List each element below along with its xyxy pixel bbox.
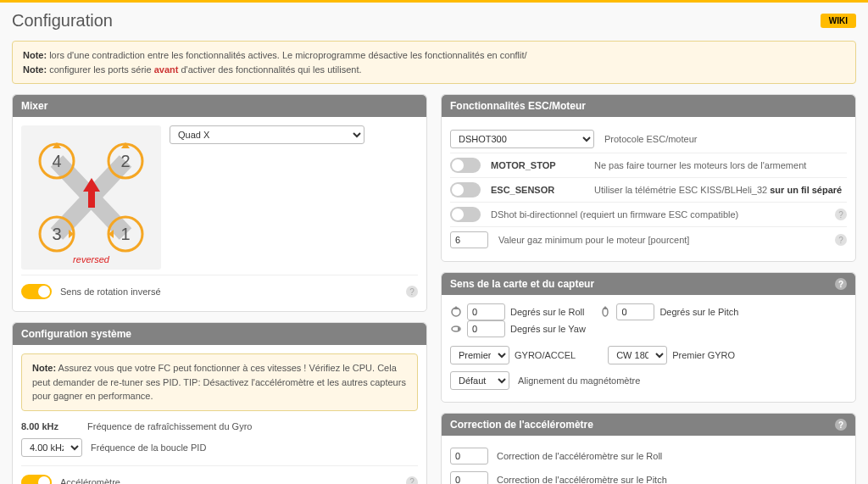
note-label: Note:	[23, 64, 47, 75]
motor-idle-input[interactable]	[450, 231, 488, 248]
reversed-label: reversed	[73, 254, 109, 264]
wiki-button[interactable]: WIKI	[821, 14, 856, 28]
roll-deg-input[interactable]	[467, 303, 505, 320]
esc-protocol-label: Protocole ESC/moteur	[604, 134, 847, 144]
motor-stop-name: MOTOR_STOP	[491, 160, 584, 170]
esc-protocol-select[interactable]: DSHOT300	[450, 130, 594, 148]
acc-trim-roll-label: Correction de l'accéléromètre sur le Rol…	[497, 451, 847, 461]
yaw-deg-input[interactable]	[467, 320, 505, 337]
help-icon[interactable]: ?	[835, 419, 847, 431]
esc-sensor-name: ESC_SENSOR	[491, 185, 584, 195]
motor-stop-desc: Ne pas faire tourner les moteurs lors de…	[594, 160, 847, 170]
help-icon[interactable]: ?	[835, 278, 847, 290]
acc-trim-roll-input[interactable]	[450, 448, 488, 465]
gyro-freq-label: Fréquence de rafraîchissement du Gyro	[87, 421, 418, 431]
note-label: Note:	[23, 50, 47, 60]
panel-title: Mixer	[21, 100, 47, 112]
pid-loop-select[interactable]: 4.00 kHz	[21, 438, 82, 457]
acc-trim-pitch-label: Correction de l'accéléromètre sur le Pit…	[497, 475, 847, 484]
motor-1-label: 1	[120, 225, 130, 243]
help-icon[interactable]: ?	[835, 209, 847, 220]
pitch-icon	[599, 306, 611, 318]
help-icon[interactable]: ?	[835, 234, 847, 246]
acc-trim-pitch-input[interactable]	[450, 471, 488, 484]
gyro-align-select[interactable]: Premier	[450, 346, 509, 364]
svg-marker-15	[603, 306, 608, 309]
top-note: Note: lors d'une contradiction entre les…	[12, 41, 856, 84]
roll-deg-label: Degrés sur le Roll	[510, 307, 584, 317]
motor-idle-label: Valeur gaz minimum pour le moteur [pourc…	[498, 235, 825, 245]
yaw-deg-label: Degrés sur le Yaw	[510, 324, 586, 334]
note-text: lors d'une contradiction entre les fonct…	[47, 50, 526, 60]
mixer-diagram: 4 2 3 1 reversed	[21, 125, 161, 270]
bidir-desc: DShot bi-directionnel (requiert un firmw…	[491, 209, 825, 220]
panel-title: Configuration système	[21, 328, 131, 340]
bidir-toggle[interactable]	[450, 207, 481, 222]
accel-trim-panel: Correction de l'accéléromètre ? Correcti…	[441, 413, 856, 484]
yaw-icon	[450, 323, 462, 335]
gyro-freq-value: 8.00 kHz	[21, 421, 79, 431]
pitch-deg-label: Degrés sur le Pitch	[659, 307, 738, 317]
roll-icon	[450, 306, 462, 318]
help-icon[interactable]: ?	[406, 476, 418, 485]
motor-stop-toggle[interactable]	[450, 158, 481, 173]
svg-rect-10	[88, 189, 95, 208]
system-config-panel: Configuration système Note: Assurez vous…	[12, 322, 427, 484]
help-icon[interactable]: ?	[406, 286, 418, 298]
motor-3-label: 3	[52, 225, 61, 243]
reverse-rotation-label: Sens de rotation inversé	[60, 287, 398, 297]
accel-label: Accéléromètre	[60, 477, 398, 485]
gyro-cw-select[interactable]: CW 180°	[608, 346, 667, 364]
esc-panel: Fonctionnalités ESC/Moteur DSHOT300 Prot…	[441, 94, 856, 262]
accel-toggle[interactable]	[21, 475, 52, 485]
motor-4-label: 4	[52, 152, 61, 170]
mag-align-select[interactable]: Défaut	[450, 371, 509, 390]
gyro-align-label: GYRO/ACCEL	[515, 350, 576, 360]
panel-title: Fonctionnalités ESC/Moteur	[450, 100, 586, 112]
board-orientation-panel: Sens de la carte et du capteur ? Degrés …	[441, 272, 856, 403]
esc-sensor-desc: Utiliser la télémétrie ESC KISS/BLHeli_3…	[594, 185, 847, 195]
mixer-type-select[interactable]: Quad X	[170, 125, 364, 144]
note-label: Note:	[32, 363, 56, 373]
panel-title: Sens de la carte et du capteur	[450, 278, 594, 290]
note-text: Assurez vous que votre FC peut fonctionn…	[32, 363, 406, 401]
motor-2-label: 2	[120, 152, 130, 170]
note-avant: avant	[154, 64, 179, 75]
gyro-cw-label: Premier GYRO	[672, 350, 735, 360]
page-title: Configuration	[12, 11, 113, 31]
pitch-deg-input[interactable]	[616, 303, 654, 320]
esc-sensor-toggle[interactable]	[450, 182, 481, 197]
pid-loop-label: Fréquence de la boucle PID	[91, 442, 418, 453]
note-text: configurer les ports série	[47, 64, 154, 75]
panel-title: Correction de l'accéléromètre	[450, 419, 593, 431]
mixer-panel: Mixer	[12, 94, 427, 312]
reverse-rotation-toggle[interactable]	[21, 284, 52, 299]
mag-align-label: Alignement du magnétomètre	[518, 376, 847, 386]
note-text: d'activer des fonctionnalités qui les ut…	[178, 64, 361, 75]
